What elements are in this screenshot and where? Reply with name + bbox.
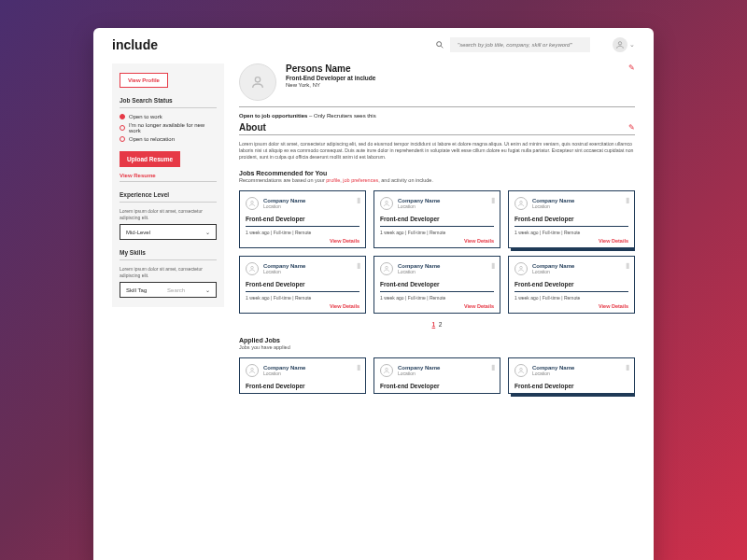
job-card[interactable]: ▮Company NameLocationFront-end Developer… bbox=[374, 190, 500, 248]
bookmark-icon[interactable]: ▮ bbox=[357, 363, 360, 371]
chevron-down-icon: ⌄ bbox=[205, 229, 210, 235]
svg-point-10 bbox=[251, 368, 254, 371]
view-details-link[interactable]: View Details bbox=[246, 238, 359, 244]
svg-point-3 bbox=[255, 77, 260, 82]
job-card[interactable]: ▮Company NameLocationFront-end Developer bbox=[374, 357, 500, 394]
svg-point-8 bbox=[386, 266, 388, 269]
company-avatar bbox=[246, 364, 259, 377]
job-card[interactable]: ▮Company NameLocationFront-end Developer bbox=[508, 357, 635, 394]
status-label: Job Search Status bbox=[120, 97, 217, 104]
chevron-down-icon: ⌄ bbox=[629, 41, 635, 49]
chevron-down-icon: ⌄ bbox=[205, 287, 210, 293]
company-avatar bbox=[246, 197, 259, 210]
user-icon bbox=[248, 200, 256, 207]
company-avatar bbox=[246, 262, 259, 275]
company-avatar bbox=[514, 197, 528, 210]
svg-point-11 bbox=[386, 368, 388, 371]
profile-name: Persons Name bbox=[286, 63, 375, 74]
view-details-link[interactable]: View Details bbox=[380, 303, 494, 309]
user-icon bbox=[250, 75, 265, 90]
edit-icon[interactable]: ✎ bbox=[628, 123, 635, 132]
view-details-link[interactable]: View Details bbox=[246, 303, 359, 309]
radio-icon bbox=[120, 125, 125, 131]
svg-point-0 bbox=[437, 42, 442, 47]
user-icon bbox=[248, 367, 256, 374]
bookmark-icon[interactable]: ▮ bbox=[491, 261, 495, 270]
page-2[interactable]: 2 bbox=[439, 321, 443, 328]
profile-location: New York, NY bbox=[286, 82, 375, 88]
profile-title: Front-End Developer at include bbox=[286, 75, 375, 81]
skills-select[interactable]: Skill Tag Search ⌄ bbox=[120, 282, 217, 298]
svg-point-7 bbox=[251, 266, 254, 269]
bookmark-icon[interactable]: ▮ bbox=[357, 196, 360, 204]
about-header: About ✎ bbox=[239, 122, 635, 133]
applied-heading: Applied Jobs bbox=[239, 337, 635, 343]
topbar: include ⌄ bbox=[93, 28, 654, 58]
applied-subtext: Jobs you have applied bbox=[239, 344, 635, 350]
profile-link[interactable]: profile bbox=[326, 177, 340, 183]
job-card[interactable]: ▮Company NameLocationFront-end Developer… bbox=[508, 190, 635, 248]
view-details-link[interactable]: View Details bbox=[514, 238, 628, 244]
svg-line-1 bbox=[441, 46, 443, 48]
open-status-line: Open to job opportunities – Only Recruit… bbox=[239, 113, 635, 119]
bookmark-icon[interactable]: ▮ bbox=[491, 363, 495, 371]
radio-icon bbox=[120, 114, 125, 119]
sidebar: View Profile Job Search Status Open to w… bbox=[112, 63, 224, 307]
account-avatar-button[interactable] bbox=[613, 37, 627, 52]
svg-point-2 bbox=[618, 42, 621, 45]
radio-icon bbox=[120, 136, 125, 142]
company-avatar bbox=[380, 364, 393, 377]
view-details-link[interactable]: View Details bbox=[514, 303, 628, 309]
job-card[interactable]: ▮Company NameLocationFront-end Developer… bbox=[374, 256, 500, 314]
about-text: Lorem ipsum dolor sit amet, consectetur … bbox=[239, 141, 635, 161]
user-icon bbox=[517, 200, 525, 207]
pagination: 1 2 bbox=[239, 321, 635, 328]
status-option[interactable]: Open to work bbox=[120, 114, 217, 119]
upload-resume-button[interactable]: Upload Resume bbox=[120, 151, 180, 167]
svg-point-5 bbox=[386, 201, 388, 203]
svg-point-6 bbox=[520, 201, 523, 203]
user-icon bbox=[517, 265, 525, 273]
status-option[interactable]: Open to relocation bbox=[120, 136, 217, 142]
job-card[interactable]: ▮Company NameLocationFront-end Developer bbox=[239, 357, 366, 394]
view-details-link[interactable]: View Details bbox=[380, 238, 494, 244]
edit-icon[interactable]: ✎ bbox=[628, 63, 635, 72]
search-input[interactable] bbox=[450, 37, 590, 52]
skills-hint: Lorem ipsum dolor sit amet, consectetur … bbox=[120, 266, 217, 278]
svg-point-12 bbox=[520, 368, 523, 371]
svg-point-9 bbox=[520, 266, 523, 269]
company-avatar bbox=[514, 262, 528, 275]
app-window: include ⌄ View Profile Job Search Status… bbox=[93, 28, 654, 560]
status-option[interactable]: I'm no longer available for new work bbox=[120, 122, 217, 133]
user-icon bbox=[383, 200, 390, 207]
brand-logo: include bbox=[112, 37, 158, 52]
bookmark-icon[interactable]: ▮ bbox=[626, 363, 629, 371]
view-profile-button[interactable]: View Profile bbox=[120, 73, 168, 88]
user-icon bbox=[248, 265, 256, 273]
experience-select[interactable]: Mid-Level⌄ bbox=[120, 224, 217, 240]
job-card[interactable]: ▮Company NameLocationFront-end Developer… bbox=[239, 256, 366, 314]
view-resume-link[interactable]: View Resume bbox=[120, 173, 217, 178]
job-card[interactable]: ▮Company NameLocationFront-end Developer… bbox=[508, 256, 635, 314]
applied-grid: ▮Company NameLocationFront-end Developer… bbox=[239, 357, 635, 394]
profile-avatar bbox=[239, 63, 276, 101]
company-avatar bbox=[380, 262, 393, 275]
company-avatar bbox=[380, 197, 393, 210]
company-avatar bbox=[514, 364, 528, 377]
profile-header: Persons Name Front-End Developer at incl… bbox=[239, 63, 635, 101]
preferences-link[interactable]: job preferences bbox=[343, 177, 378, 183]
bookmark-icon[interactable]: ▮ bbox=[491, 196, 495, 204]
search-wrap bbox=[435, 37, 590, 52]
main-content: Persons Name Front-End Developer at incl… bbox=[239, 63, 635, 560]
user-icon bbox=[615, 40, 625, 49]
bookmark-icon[interactable]: ▮ bbox=[626, 261, 629, 270]
skills-label: My Skills bbox=[120, 249, 217, 256]
job-card[interactable]: ▮Company NameLocationFront-end Developer… bbox=[239, 190, 366, 248]
recs-grid: ▮Company NameLocationFront-end Developer… bbox=[239, 190, 635, 314]
search-icon bbox=[435, 40, 444, 49]
about-heading: About bbox=[239, 122, 266, 133]
user-icon bbox=[517, 367, 525, 374]
bookmark-icon[interactable]: ▮ bbox=[357, 261, 360, 270]
page-1[interactable]: 1 bbox=[432, 321, 436, 328]
bookmark-icon[interactable]: ▮ bbox=[626, 196, 629, 204]
